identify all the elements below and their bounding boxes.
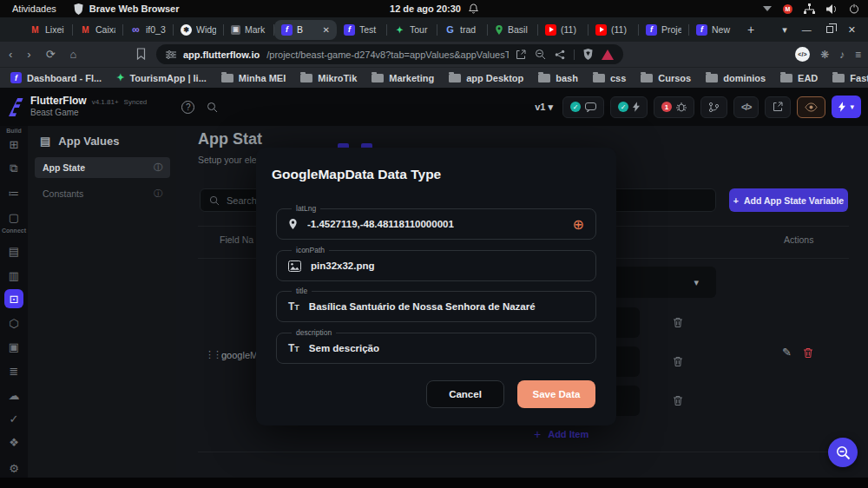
address-bar[interactable]: app.flutterflow.io/project/beast-game-d2… — [156, 44, 623, 64]
browser-tab[interactable]: MCaixa — [73, 20, 122, 40]
bookmark-folder[interactable]: css — [593, 73, 626, 83]
vpn-warning-icon[interactable] — [602, 49, 614, 60]
bug-icon — [676, 102, 687, 112]
tab-close-icon[interactable]: ✕ — [323, 25, 330, 35]
bookmark-folder[interactable]: Marketing — [372, 73, 434, 83]
add-app-state-variable-button[interactable]: + Add App State Variable — [729, 188, 848, 212]
branching-button[interactable] — [700, 96, 727, 118]
add-item-button[interactable]: + Add Item — [534, 427, 589, 441]
minimize-button[interactable]: — — [802, 24, 812, 35]
bookmark-folder[interactable]: EAD — [780, 73, 818, 83]
system-tray[interactable]: M — [763, 3, 868, 14]
add-page-icon[interactable]: ⊞ — [5, 135, 23, 153]
browser-tab[interactable]: fNew — [689, 20, 739, 40]
storyboard-icon[interactable]: ≔ — [5, 184, 23, 201]
app-values-icon[interactable]: ⊡ — [4, 289, 23, 308]
site-settings-icon[interactable] — [166, 50, 176, 59]
integrations-icon[interactable]: ⬡ — [5, 314, 23, 332]
ai-extension-icon[interactable]: ❋ — [820, 49, 829, 61]
bookmark-folder[interactable]: app Desktop — [449, 73, 523, 83]
collections-icon[interactable]: ▥ — [5, 267, 23, 284]
browser-tab[interactable]: (11) — [538, 20, 588, 40]
browser-tab[interactable]: fProje — [639, 20, 688, 40]
preview-button[interactable] — [797, 96, 825, 118]
components-icon[interactable]: ▢ — [5, 208, 23, 226]
home-button[interactable]: ⌂ — [70, 48, 77, 61]
trash-icon[interactable] — [673, 317, 683, 328]
help-button[interactable]: ? — [181, 101, 194, 114]
browser-tab-active[interactable]: fB✕ — [274, 20, 337, 40]
iconpath-field[interactable]: iconPath pin32x32.png — [276, 250, 596, 281]
run-button[interactable]: ▾ — [832, 96, 861, 118]
activities-button[interactable]: Atividades — [12, 3, 56, 14]
title-value[interactable]: Basílica Santuário de Nossa Senhora de N… — [309, 301, 536, 312]
browser-tab[interactable]: (11) — [589, 20, 638, 40]
zoom-fab-button[interactable] — [828, 438, 858, 467]
ai-review-button[interactable]: ✓ — [562, 96, 604, 118]
open-app-button[interactable] — [765, 96, 791, 118]
browser-tab[interactable]: ✦Tour — [387, 20, 437, 40]
description-value[interactable]: Sem descrição — [309, 343, 379, 353]
search-icon[interactable] — [207, 102, 218, 113]
description-field[interactable]: description TT Sem descrição — [276, 333, 596, 364]
developer-menu-button[interactable]: </> — [733, 96, 759, 118]
project-issues-button[interactable]: 1 — [654, 96, 694, 118]
code-extension-icon[interactable]: </> — [795, 47, 810, 62]
browser-tab[interactable]: ∞if0_3 — [123, 20, 173, 40]
bookmark-folder[interactable]: bash — [538, 73, 578, 83]
panel-item-constants[interactable]: Constants ⓘ — [35, 183, 170, 204]
tests-icon[interactable]: ✓ — [5, 410, 23, 427]
delete-variable-icon[interactable] — [803, 347, 813, 359]
browser-tab[interactable]: ▣Mark — [224, 20, 273, 40]
media-extension-icon[interactable]: ♪ — [839, 49, 845, 61]
drag-handle-icon[interactable]: ⋮⋮ — [205, 349, 220, 360]
browser-menu-icon[interactable]: ≡ — [855, 49, 861, 61]
latlng-field[interactable]: latLng -1.4527119,-48.48118110000001 ⊕ — [276, 208, 596, 240]
version-dropdown[interactable]: v1▾ — [535, 102, 553, 113]
save-data-button[interactable]: Save Data — [517, 380, 595, 408]
code-health-button[interactable]: ✓ — [610, 96, 648, 118]
custom-code-icon[interactable]: ≣ — [5, 362, 23, 379]
back-button[interactable]: ‹ — [9, 48, 12, 61]
cloud-functions-icon[interactable]: ☁ — [5, 386, 23, 404]
forward-button[interactable]: › — [27, 48, 30, 61]
close-window-button[interactable]: ✕ — [848, 24, 856, 36]
trash-icon[interactable] — [673, 356, 683, 367]
browser-tab[interactable]: MLixei — [23, 20, 72, 40]
browser-tab[interactable]: Gtrad — [437, 20, 487, 40]
restore-window-button[interactable] — [826, 26, 833, 33]
bookmark-folder[interactable]: FastAPI — [832, 73, 868, 83]
edit-pencil-icon[interactable]: ✎ — [782, 346, 792, 359]
pick-location-icon[interactable]: ⊕ — [573, 216, 584, 233]
trash-icon[interactable] — [673, 395, 683, 406]
settings-gear-icon[interactable]: ⚙ — [5, 459, 23, 477]
brave-shields-icon[interactable] — [583, 49, 593, 60]
share-icon[interactable] — [555, 49, 565, 60]
bookmark-item[interactable]: ✦TourismApp | li... — [116, 72, 207, 83]
browser-tab[interactable]: Basil — [488, 20, 537, 40]
reload-button[interactable]: ⟳ — [46, 48, 56, 61]
tab-search-chevron-icon[interactable]: ▾ — [782, 24, 787, 36]
reading-list-icon[interactable] — [136, 48, 146, 60]
iconpath-value[interactable]: pin32x32.png — [311, 260, 375, 271]
pages-icon[interactable]: ⧉ — [5, 160, 23, 177]
focused-app[interactable]: Brave Web Browser — [74, 3, 180, 15]
theme-icon[interactable]: ❖ — [5, 433, 23, 451]
bookmark-item[interactable]: fDashboard - Fl... — [10, 72, 102, 83]
new-tab-button[interactable]: + — [747, 23, 754, 36]
bookmark-folder[interactable]: Minha MEI — [221, 73, 286, 83]
latlng-value[interactable]: -1.4527119,-48.48118110000001 — [307, 219, 454, 229]
bookmark-folder[interactable]: Cursos — [641, 73, 691, 83]
browser-tab[interactable]: fTest — [337, 20, 386, 40]
cancel-button[interactable]: Cancel — [426, 380, 504, 408]
bookmark-folder[interactable]: MikroTik — [300, 73, 357, 83]
browser-tab[interactable]: ✱Widg — [174, 20, 223, 40]
open-in-window-icon[interactable] — [516, 49, 526, 60]
media-assets-icon[interactable]: ▣ — [5, 338, 23, 355]
panel-item-app-state[interactable]: App State ⓘ — [35, 157, 170, 178]
database-icon[interactable]: ▤ — [5, 242, 23, 260]
title-field[interactable]: title TT Basílica Santuário de Nossa Sen… — [276, 291, 596, 322]
bookmark-folder[interactable]: dominios — [706, 73, 766, 83]
zoom-page-icon[interactable] — [535, 49, 546, 60]
project-name[interactable]: Beast Game — [30, 108, 147, 119]
